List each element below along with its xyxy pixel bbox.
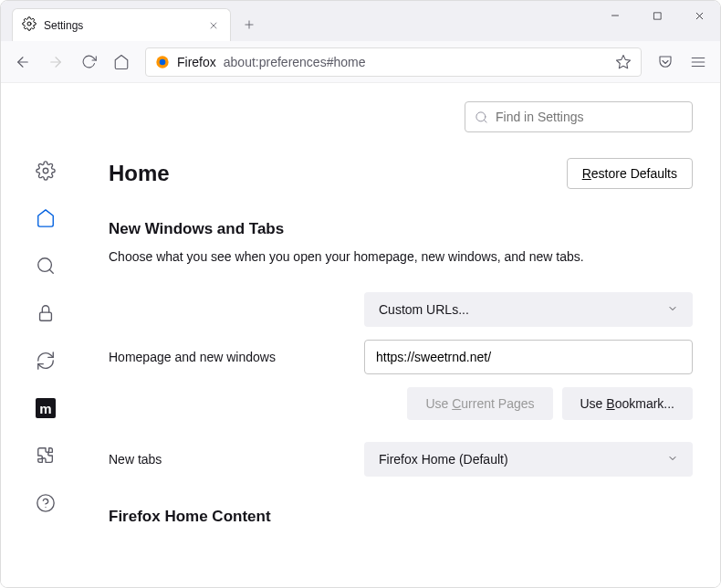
svg-rect-6 xyxy=(653,12,660,18)
svg-line-19 xyxy=(49,269,53,273)
use-bookmark-button[interactable]: Use Bookmark... xyxy=(562,387,694,420)
firefox-icon xyxy=(155,55,170,69)
sidebar-item-extensions[interactable] xyxy=(31,441,60,470)
svg-line-24 xyxy=(484,120,486,122)
svg-point-21 xyxy=(37,495,54,511)
close-icon[interactable] xyxy=(206,18,221,33)
svg-point-0 xyxy=(27,22,31,26)
maximize-button[interactable] xyxy=(636,1,678,30)
forward-button[interactable] xyxy=(41,47,70,77)
menu-button[interactable] xyxy=(684,47,713,77)
svg-rect-20 xyxy=(40,312,52,320)
chevron-down-icon xyxy=(667,301,678,318)
matomo-icon: m xyxy=(36,398,56,418)
window-controls xyxy=(594,1,720,37)
pocket-button[interactable] xyxy=(651,47,680,77)
dropdown-label: Firefox Home (Default) xyxy=(379,452,508,467)
section-title-windows-tabs: New Windows and Tabs xyxy=(109,220,693,238)
svg-point-17 xyxy=(43,168,48,173)
homepage-mode-dropdown[interactable]: Custom URLs... xyxy=(364,292,693,327)
sidebar-item-help[interactable] xyxy=(31,488,60,518)
restore-defaults-button[interactable]: Restore Defaults xyxy=(567,158,693,189)
url-prefix: Firefox xyxy=(177,55,216,69)
svg-point-12 xyxy=(160,58,166,65)
find-settings-input[interactable] xyxy=(496,110,683,124)
sidebar-item-matomo[interactable]: m xyxy=(31,394,60,423)
page-title: Home xyxy=(109,161,170,186)
main-panel: Home Restore Defaults New Windows and Ta… xyxy=(90,83,720,587)
section-title-home-content: Firefox Home Content xyxy=(109,508,693,526)
sidebar-item-privacy[interactable] xyxy=(31,299,60,328)
section-desc: Choose what you see when you open your h… xyxy=(109,247,693,267)
sidebar-item-home[interactable] xyxy=(31,204,60,233)
minimize-button[interactable] xyxy=(594,1,636,30)
sidebar-item-general[interactable] xyxy=(31,156,60,185)
sidebar-item-sync[interactable] xyxy=(31,346,60,375)
browser-tab[interactable]: Settings xyxy=(12,8,231,41)
tab-title: Settings xyxy=(44,19,199,32)
search-icon xyxy=(475,110,488,124)
home-button[interactable] xyxy=(107,47,136,77)
homepage-url-input[interactable] xyxy=(364,340,693,374)
bookmark-star-icon[interactable] xyxy=(615,54,632,70)
sidebar-item-search[interactable] xyxy=(31,251,60,280)
close-window-button[interactable] xyxy=(678,1,720,30)
svg-marker-13 xyxy=(617,55,631,68)
settings-sidebar: m xyxy=(1,83,90,587)
chevron-down-icon xyxy=(667,451,678,467)
homepage-label: Homepage and new windows xyxy=(109,350,364,364)
back-button[interactable] xyxy=(8,47,37,77)
reload-button[interactable] xyxy=(74,47,103,77)
tab-bar: Settings xyxy=(1,1,720,41)
url-text: about:preferences#home xyxy=(224,55,366,69)
newtabs-dropdown[interactable]: Firefox Home (Default) xyxy=(364,442,693,477)
find-settings-box[interactable] xyxy=(465,101,693,132)
navigation-toolbar: Firefox about:preferences#home xyxy=(1,41,720,83)
dropdown-label: Custom URLs... xyxy=(379,302,469,317)
newtabs-label: New tabs xyxy=(109,452,364,467)
gear-icon xyxy=(22,16,37,35)
url-bar[interactable]: Firefox about:preferences#home xyxy=(145,47,642,77)
new-tab-button[interactable] xyxy=(235,10,264,39)
use-current-pages-button[interactable]: Use Current Pages xyxy=(407,387,552,420)
content-area: m Home Restore Defaults New Windows and xyxy=(1,83,720,587)
